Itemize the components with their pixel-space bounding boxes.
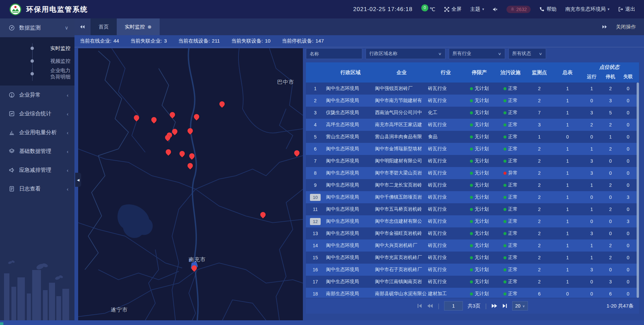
tab-home[interactable]: 首页: [91, 18, 117, 35]
sidebar-item-6[interactable]: 日志查看‹: [0, 179, 74, 198]
table-row[interactable]: 7阆中生态环境局阆中明阳建材有限公司砖瓦行业无计划正常21300: [306, 155, 639, 167]
status-dot-icon: [470, 148, 473, 151]
row-number-cell: 10: [306, 194, 325, 201]
status-dot-icon: [470, 256, 473, 259]
industry-filter-select[interactable]: 所有行业∨: [449, 48, 505, 59]
limit-status-label: 无计划: [475, 122, 489, 128]
limit-status-cell: 无计划: [464, 206, 495, 212]
status-dot-icon: [470, 160, 473, 163]
prev-page-button[interactable]: [427, 304, 433, 308]
col-header-meter: 总表: [553, 62, 582, 83]
limit-status-label: 无计划: [475, 279, 489, 285]
pager-divider: |: [438, 303, 439, 310]
map-view[interactable]: 巴中市南充市遂宁市: [78, 48, 303, 320]
status-dot-icon: [503, 280, 506, 283]
sidebar-subitem[interactable]: 实时监控: [0, 42, 74, 55]
lost-count-cell: 0: [620, 86, 636, 91]
panel-collapse-handle[interactable]: ◀: [75, 173, 81, 187]
stats-icon: [9, 111, 15, 117]
double-chevron-right-icon[interactable]: [602, 25, 607, 29]
table-row[interactable]: 2阆中生态环境局阆中市南方节能建材有砖瓦行业无计划正常21030: [306, 95, 639, 107]
sidebar-item-0[interactable]: 数据监测∨: [0, 18, 74, 37]
sidebar-item-3[interactable]: 企业用电量分析‹: [0, 123, 74, 142]
name-filter-field[interactable]: [306, 48, 362, 59]
meter-count-cell: 1: [553, 122, 582, 127]
double-chevron-left-icon: [80, 25, 85, 29]
region-filter-select[interactable]: 行政区域名称∨: [366, 48, 445, 59]
filter-row: 行政区域名称∨ 所有行业∨ 所有状态∨: [306, 48, 639, 59]
row-number-cell: 15: [306, 255, 325, 260]
chevron-down-icon: ∨: [522, 304, 525, 308]
industry-cell: 砖瓦行业: [428, 267, 464, 273]
meter-count-cell: 1: [553, 182, 582, 188]
tab-close-icon[interactable]: ⊗: [148, 24, 152, 30]
table-row[interactable]: 5营山生态环境局营山县润丰肉食品有限食品无计划正常10010: [306, 131, 639, 143]
status-dot-icon: [503, 196, 506, 199]
corner-accent: [0, 322, 3, 325]
close-operations-button[interactable]: 关闭操作: [616, 24, 636, 30]
status-dot-icon: [503, 184, 506, 187]
table-row[interactable]: 14阆中生态环境局阆中大兴页岩机砖厂砖瓦行业无计划正常21120: [306, 239, 639, 252]
sidebar-subitem[interactable]: 视频监控: [0, 55, 74, 67]
mute-speaker-button[interactable]: [493, 7, 498, 12]
meter-count-cell: 1: [553, 243, 582, 248]
name-filter-input[interactable]: [310, 51, 359, 56]
facility-status-cell: 正常: [495, 255, 526, 261]
status-dot-icon: [470, 232, 473, 235]
table-row[interactable]: 17阆中生态环境局阆中市江南镇阆南页岩砖瓦行业无计划正常21030: [306, 276, 639, 288]
row-number-badge: 12: [310, 218, 321, 225]
table-row[interactable]: 16阆中生态环境局阆中市石子页岩机砖厂砖瓦行业无计划正常21300: [306, 264, 639, 276]
notification-badge[interactable]: 2632: [506, 6, 531, 13]
sidebar-item-2[interactable]: 企业综合统计‹: [0, 104, 74, 123]
table-row[interactable]: 8阆中生态环境局阆中市枣碧大梁山页岩砖瓦行业无计划异常21300: [306, 167, 639, 179]
sidebar-item-1[interactable]: 企业异常‹: [0, 86, 74, 104]
stop-count-cell: 0: [601, 158, 620, 164]
sidebar-item-5[interactable]: 应急减排管理‹: [0, 161, 74, 179]
help-button[interactable]: 帮助: [539, 6, 556, 12]
monitor-count-cell: 2: [526, 146, 553, 152]
sidebar-submenu: 实时监控视频监控企业电力负荷明细: [0, 37, 74, 86]
facility-status-cell: 正常: [495, 194, 526, 200]
table-row[interactable]: 9阆中生态环境局阆中市二龙长宝页岩砖砖瓦行业无计划正常21120: [306, 179, 639, 191]
stop-count-cell: 2: [601, 122, 620, 127]
company-cell: 营山县润丰肉食品有限: [375, 134, 428, 140]
status-filter-select[interactable]: 所有状态∨: [508, 48, 546, 59]
table-row[interactable]: 4高坪生态环境局南充市高坪区王家店建砖瓦行业无计划正常31220: [306, 119, 639, 131]
facility-status-cell: 正常: [495, 279, 526, 285]
sidebar-subitem[interactable]: 企业电力负荷明细: [0, 67, 74, 80]
next-page-button[interactable]: [491, 304, 497, 308]
page-number-input[interactable]: [444, 301, 463, 311]
table-row[interactable]: 3仪陇生态环境局西南油气田分公司川中化工无计划正常71350: [306, 107, 639, 119]
stats-bar: 当前在线企业:44当前失联企业:3当前在线设备:211当前失联设备:10当前停机…: [74, 35, 644, 47]
table-row[interactable]: 15阆中生态环境局阆中市光富页岩机砖厂砖瓦行业无计划正常21120: [306, 252, 639, 264]
page-size-select[interactable]: 20∨: [512, 301, 528, 311]
col-header-index: [306, 62, 325, 83]
table-row[interactable]: 12阆中生态环境局阆中市忠信建材有限公砖瓦行业无计划正常21003: [306, 215, 639, 227]
status-dot-icon: [470, 196, 473, 199]
tab-realtime-monitor[interactable]: 实时监控 ⊗: [117, 18, 160, 35]
row-number-cell: 2: [306, 98, 325, 103]
tabs-scroll-left-button[interactable]: [74, 18, 91, 35]
limit-status-label: 无计划: [475, 218, 489, 224]
stop-count-cell: 1: [601, 134, 620, 140]
table-row[interactable]: 1阆中生态环境局阆中强锐页岩砖厂砖瓦行业无计划正常21120: [306, 83, 639, 95]
logout-button[interactable]: 退出: [618, 6, 635, 12]
first-page-button[interactable]: [417, 304, 422, 308]
last-page-button[interactable]: [502, 304, 507, 308]
chevron-left-icon: ‹: [67, 130, 68, 136]
sidebar-item-label: 应急减排管理: [19, 167, 51, 174]
total-pages-label: 共3页: [468, 303, 480, 309]
table-row[interactable]: 11阆中生态环境局阆中市五马桥页岩机砖砖瓦行业无计划正常21120: [306, 203, 639, 215]
table-row[interactable]: 18南部生态环境局南部县砚华山水泥有限公建材加工无计划正常60060: [306, 288, 639, 298]
facility-status-cell: 正常: [495, 110, 526, 116]
user-dropdown[interactable]: 南充市生态环境局▾: [565, 6, 609, 12]
chevron-left-icon: ‹: [67, 167, 68, 173]
table-row[interactable]: 10阆中生态环境局阆中千佛镇五郎垭页岩砖瓦行业无计划正常21003: [306, 191, 639, 203]
sidebar-item-4[interactable]: 基础数据管理‹: [0, 142, 74, 161]
theme-dropdown[interactable]: 主题▾: [470, 6, 484, 12]
table-row[interactable]: 6阆中生态环境局阆中市金博瑞新型墙材砖瓦行业无计划正常21120: [306, 143, 639, 155]
region-cell: 仪陇生态环境局: [325, 110, 375, 116]
table-row[interactable]: 13阆中生态环境局阆中市金福旺页岩机砖砖瓦行业无计划正常21300: [306, 227, 639, 239]
fullscreen-button[interactable]: 全屏: [444, 6, 462, 12]
table-scrollbar[interactable]: [637, 83, 639, 298]
